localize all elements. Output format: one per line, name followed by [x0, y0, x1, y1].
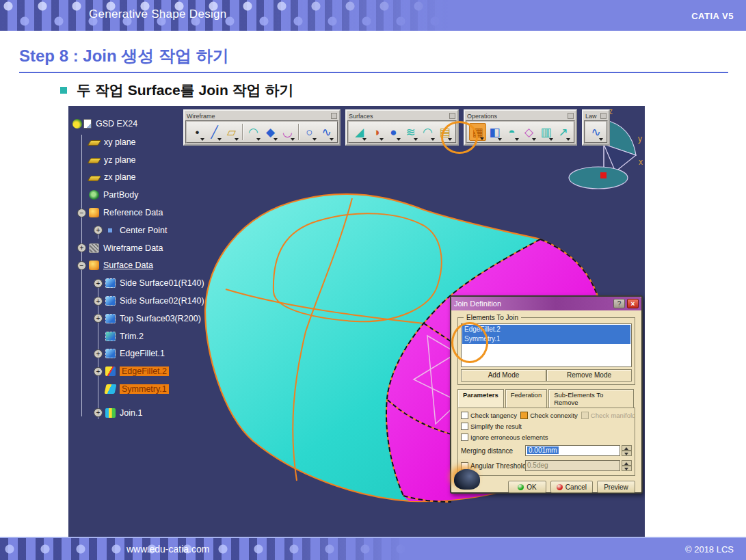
check-tangency-option[interactable]: Check tangency	[461, 412, 517, 419]
tab-parameters[interactable]: Parameters	[457, 389, 504, 408]
tree-item-symmetry-1[interactable]: Symmetry.1	[72, 380, 230, 398]
toolbar-close-icon[interactable]	[449, 113, 455, 119]
tree-item-reference-data[interactable]: −Reference Data	[72, 204, 230, 222]
offset-surface-icon[interactable]: ≋	[402, 123, 419, 141]
spec-tree[interactable]: GSD EX24xy planeyz planezx planePartBody…	[72, 114, 230, 422]
tree-item-label[interactable]: zx plane	[104, 172, 136, 182]
extract-icon[interactable]: ▥	[537, 123, 555, 141]
preview-button[interactable]: Preview	[597, 481, 635, 493]
ignore-erroneous-elements-checkbox[interactable]	[461, 434, 468, 441]
minus-expander-icon[interactable]: −	[77, 261, 86, 270]
check-connexity-checkbox[interactable]	[520, 412, 528, 419]
catia-viewport[interactable]: z y x Wireframe•╱▱◠◆◡○∿Surfaces◢◑●≋◠▤Ope…	[68, 106, 645, 537]
reflect-line-icon[interactable]: ◡	[279, 123, 296, 141]
merging-distance-input[interactable]: 0.001mm	[525, 445, 620, 456]
tree-item-label[interactable]: EdgeFillet.2	[120, 366, 169, 376]
angular-threshold-checkbox[interactable]	[461, 462, 468, 470]
tree-item-label[interactable]: Symmetry.1	[120, 384, 169, 394]
plus-expander-icon[interactable]: +	[94, 314, 103, 323]
angular-threshold-input[interactable]: 0.5deg	[525, 460, 620, 471]
check-connexity-option[interactable]: Check connexity	[520, 412, 578, 419]
plus-expander-icon[interactable]: +	[94, 226, 103, 235]
tree-item-trim-2[interactable]: Trim.2	[72, 328, 230, 345]
spinner-down-icon[interactable]	[622, 466, 632, 471]
tree-item-zx-plane[interactable]: zx plane	[72, 169, 230, 187]
website-link[interactable]: www.edu-catia.com	[126, 544, 209, 555]
line-icon[interactable]: ╱	[206, 123, 223, 141]
sweep-surface-icon[interactable]: ◠	[419, 123, 436, 141]
tree-item-label[interactable]: yz plane	[104, 155, 136, 165]
tree-item-center-point[interactable]: +Center Point	[72, 222, 230, 239]
projection-curve-icon[interactable]: ◠	[245, 123, 262, 141]
merging-distance-spinner[interactable]	[622, 445, 632, 456]
sphere-surface-icon[interactable]: ●	[385, 123, 402, 141]
untrim-icon[interactable]: ◓	[503, 123, 520, 141]
conic-icon[interactable]: ∿	[318, 123, 335, 141]
tree-item-label[interactable]: Side Surface02(R140)	[120, 296, 204, 306]
tree-item-label[interactable]: Center Point	[120, 226, 167, 235]
extrude-surface-icon[interactable]: ◢	[351, 123, 368, 141]
spinner-up-icon[interactable]	[622, 445, 632, 451]
tree-item-side-surface01-r140[interactable]: +Side Surface01(R140)	[72, 274, 230, 292]
plus-expander-icon[interactable]: +	[94, 297, 103, 306]
tree-item-label[interactable]: PartBody	[103, 190, 138, 200]
extrapolate-icon[interactable]: ↗	[555, 123, 572, 141]
tree-item-label[interactable]: Join.1	[120, 408, 142, 418]
tree-item-wireframe-data[interactable]: +Wireframe Data	[72, 239, 230, 257]
circle-icon[interactable]: ○	[301, 123, 318, 141]
spinner-up-icon[interactable]	[622, 460, 632, 466]
ok-button[interactable]: OK	[508, 481, 546, 493]
tree-item-label[interactable]: Surface Data	[103, 261, 153, 270]
tree-root-label[interactable]: GSD EX24	[96, 119, 137, 129]
compass-base-handle[interactable]	[600, 172, 607, 178]
element-list-item[interactable]: EdgeFillet.2	[462, 325, 630, 334]
check-tangency-checkbox[interactable]	[461, 412, 468, 419]
dialog-titlebar[interactable]: Join Definition ? ×	[451, 297, 641, 310]
simplify-the-result-option[interactable]: Simplify the result	[461, 423, 522, 430]
plus-expander-icon[interactable]: +	[94, 279, 103, 288]
tree-item-label[interactable]: Side Surface01(R140)	[120, 278, 204, 288]
revolve-surface-icon[interactable]: ◑	[368, 123, 385, 141]
add-mode-button[interactable]: Add Mode	[461, 369, 546, 382]
toolbar-close-icon[interactable]	[568, 113, 574, 119]
tree-item-label[interactable]: EdgeFillet.1	[120, 349, 165, 358]
toolbar-operations[interactable]: Operations▦◧◓◇▥↗	[464, 109, 577, 146]
tab-federation[interactable]: Federation	[505, 389, 547, 408]
help-button[interactable]: ?	[613, 299, 625, 308]
plus-expander-icon[interactable]: +	[77, 243, 86, 252]
tree-item-label[interactable]: Reference Data	[103, 208, 163, 217]
ignore-erroneous-elements-option[interactable]: Ignore erroneous elements	[461, 434, 548, 441]
tree-item-edgefillet-2[interactable]: +EdgeFillet.2	[72, 362, 230, 380]
angular-threshold-spinner[interactable]	[622, 460, 632, 471]
minus-expander-icon[interactable]: −	[77, 209, 86, 217]
toolbar-wireframe[interactable]: Wireframe•╱▱◠◆◡○∿	[183, 109, 341, 146]
point-icon[interactable]: •	[189, 123, 206, 141]
plus-expander-icon[interactable]: +	[94, 367, 103, 376]
tree-item-label[interactable]: Top Surface03(R200)	[120, 314, 201, 323]
toolbar-close-icon[interactable]	[600, 113, 607, 119]
toolbar-law[interactable]: Law∿	[582, 109, 610, 146]
cancel-button[interactable]: Cancel	[550, 481, 593, 493]
angular-threshold-option[interactable]: Angular Threshold	[461, 462, 525, 470]
tree-item-top-surface03-r200[interactable]: +Top Surface03(R200)	[72, 310, 230, 328]
tree-item-label[interactable]: Wireframe Data	[103, 243, 163, 253]
toolbar-titlebar[interactable]: Wireframe	[185, 111, 338, 120]
toolbar-titlebar[interactable]: Surfaces	[347, 111, 457, 120]
tree-item-partbody[interactable]: PartBody	[72, 186, 230, 204]
plane-icon[interactable]: ▱	[223, 123, 240, 141]
remove-mode-button[interactable]: Remove Mode	[546, 369, 632, 382]
plus-expander-icon[interactable]: +	[94, 408, 103, 417]
tree-item-surface-data[interactable]: −Surface Data	[72, 257, 230, 275]
plus-expander-icon[interactable]: +	[94, 349, 103, 358]
tree-item-label[interactable]: xy plane	[104, 137, 136, 147]
tab-sub-elements-to-remove[interactable]: Sub-Elements To Remove	[548, 389, 634, 408]
law-icon[interactable]: ∿	[587, 123, 604, 141]
tree-item-side-surface02-r140[interactable]: +Side Surface02(R140)	[72, 292, 230, 310]
simplify-the-result-checkbox[interactable]	[461, 423, 468, 430]
tree-item-edgefillet-1[interactable]: +EdgeFillet.1	[72, 345, 230, 363]
tree-item-label[interactable]: Trim.2	[120, 332, 144, 341]
healing-icon[interactable]: ◧	[486, 123, 503, 141]
tree-item-join-1[interactable]: +Join.1	[72, 404, 230, 422]
toolbar-titlebar[interactable]: Operations	[466, 111, 575, 120]
close-button[interactable]: ×	[627, 299, 639, 308]
